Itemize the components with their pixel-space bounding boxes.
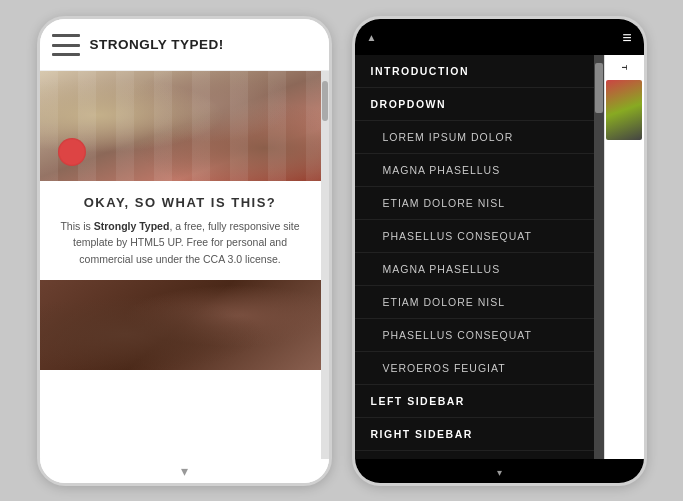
scroll-down-arrow[interactable]: ▾: [40, 459, 329, 483]
article-heading: OKAY, SO WHAT IS THIS?: [40, 181, 321, 218]
article-image-2: [40, 280, 321, 370]
left-scrollbar[interactable]: [321, 71, 329, 459]
nav-item-9[interactable]: Veroeros Feugiat: [355, 352, 594, 385]
nav-item-12[interactable]: No Sidebar: [355, 451, 594, 459]
right-scrollbar[interactable]: [594, 55, 604, 459]
red-circle-decor: [58, 138, 86, 166]
nav-item-8[interactable]: Phasellus Consequat: [355, 319, 594, 352]
hamburger-line-2: [52, 44, 80, 47]
article-image-1: [40, 71, 321, 181]
nav-item-10[interactable]: Left Sidebar: [355, 385, 594, 418]
left-phone-body: OKAY, SO WHAT IS THIS? This is Strongly …: [40, 71, 321, 370]
nav-item-1[interactable]: Dropdown: [355, 88, 594, 121]
left-phone: STRONGLY TYPED! OKAY, SO WHAT IS THIS?: [37, 16, 332, 486]
hamburger-button[interactable]: [52, 34, 80, 56]
article-text-before: This is: [60, 220, 93, 232]
nav-menu-icon[interactable]: ≡: [622, 29, 631, 47]
right-partial-panel: T: [604, 55, 644, 459]
hamburger-line-1: [52, 34, 80, 37]
nav-item-7[interactable]: Etiam Dolore Nisl: [355, 286, 594, 319]
right-nav-list: IntroductionDropdownLorem Ipsum DolorMag…: [355, 55, 594, 459]
right-phone: ▲ ≡ IntroductionDropdownLorem Ipsum Dolo…: [352, 16, 647, 486]
right-phone-header: ▲ ≡: [355, 19, 644, 55]
nav-arrow-down-icon: ▾: [494, 464, 505, 481]
site-title: STRONGLY TYPED!: [90, 37, 224, 53]
hamburger-line-3: [52, 53, 80, 56]
article-bold: Strongly Typed: [94, 220, 170, 232]
nav-item-2[interactable]: Lorem Ipsum Dolor: [355, 121, 594, 154]
article-text: This is Strongly Typed, a free, fully re…: [40, 218, 321, 280]
nav-arrow-up-icon: ▲: [367, 32, 377, 43]
nav-item-0[interactable]: Introduction: [355, 55, 594, 88]
nav-item-6[interactable]: Magna Phasellus: [355, 253, 594, 286]
left-scrollbar-thumb: [322, 81, 328, 121]
partial-panel-text: T: [620, 65, 629, 71]
nav-item-11[interactable]: Right Sidebar: [355, 418, 594, 451]
right-scrollbar-thumb: [595, 63, 603, 113]
nav-item-4[interactable]: Etiam Dolore Nisl: [355, 187, 594, 220]
partial-panel-image: [606, 80, 642, 140]
left-phone-header: STRONGLY TYPED!: [40, 19, 329, 71]
nav-item-3[interactable]: Magna Phasellus: [355, 154, 594, 187]
nav-item-5[interactable]: Phasellus Consequat: [355, 220, 594, 253]
